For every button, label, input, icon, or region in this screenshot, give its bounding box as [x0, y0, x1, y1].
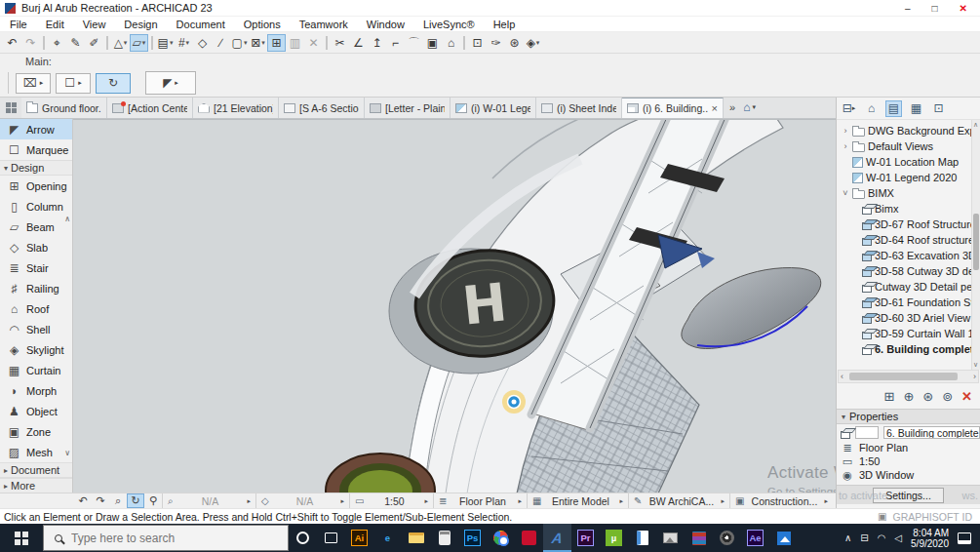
snap-grid[interactable]: # — [175, 34, 193, 52]
tool-marquee[interactable]: ☐ Marquee — [0, 139, 72, 160]
action-center-icon[interactable] — [958, 532, 971, 544]
tree-building-complete[interactable]: 6. Building complete F — [837, 341, 980, 357]
model-filter-combo[interactable]: ▦ Entire Model — [527, 493, 628, 508]
utorrent[interactable]: µ — [600, 524, 628, 552]
tool-zone[interactable]: ▣ Zone — [0, 421, 72, 442]
mirror[interactable]: ◇ — [193, 34, 212, 52]
tab-layout-letter[interactable]: [Letter - Plain... — [365, 98, 451, 118]
tree-expander[interactable]: › — [842, 141, 849, 151]
menu-item[interactable]: Help — [493, 19, 516, 30]
orbit-mode-button[interactable]: ↻ — [96, 73, 131, 94]
tool-shell[interactable]: ◠ Shell — [0, 319, 72, 339]
menu-item[interactable]: View — [83, 19, 106, 30]
tree-bimx[interactable]: Bimx — [837, 201, 980, 217]
cortana[interactable] — [289, 524, 317, 552]
zoom-combo[interactable]: ⌕ N/A — [162, 493, 255, 508]
new-view[interactable]: ⊕ — [903, 389, 914, 404]
tab-sheet-index[interactable]: (i) Sheet Inde... — [536, 98, 622, 118]
tool-object[interactable]: ♟ Object — [0, 401, 72, 421]
photoshop[interactable]: Ps — [458, 524, 487, 552]
orbit-button[interactable]: ↻ — [127, 493, 144, 508]
tree-bimx-folder[interactable]: ˅ BIMX — [837, 185, 980, 201]
menu-item[interactable]: Options — [244, 19, 281, 30]
publisher[interactable]: ⊡ — [930, 100, 947, 117]
sketchup[interactable] — [515, 524, 543, 552]
scroll-thumb[interactable] — [973, 214, 979, 270]
layer-combo[interactable]: ▣ Construction... — [729, 493, 833, 508]
photo-viewer[interactable] — [656, 524, 685, 552]
chrome[interactable] — [487, 524, 515, 552]
tree-3d64[interactable]: 3D-64 Roof structure 3 — [837, 232, 980, 248]
scale-row[interactable]: ▭ 1:50 — [837, 454, 980, 468]
guide-lines[interactable]: △ — [111, 34, 130, 52]
back-button[interactable]: ↶ — [74, 493, 92, 508]
separator[interactable] — [326, 36, 328, 50]
tree-3d63[interactable]: 3D-63 Excavation 3D — [837, 248, 980, 263]
tree-expander[interactable]: ˅ — [842, 188, 849, 198]
close-button[interactable]: ✕ — [960, 3, 967, 14]
zoom-button[interactable]: ⌕ — [109, 493, 127, 508]
menu-item[interactable]: Document — [176, 19, 225, 30]
tool-slab[interactable]: ◇ Slab — [0, 237, 72, 257]
save-current-view[interactable]: ⊞ — [883, 389, 894, 404]
tree-w01-location-map[interactable]: W-01 Location Map — [837, 154, 980, 170]
tree-w01-legend[interactable]: W-01 Legend 2020 — [837, 170, 980, 185]
forward-button[interactable]: ↷ — [92, 493, 109, 508]
task-view[interactable] — [317, 524, 345, 552]
network[interactable]: ◠ — [878, 532, 886, 543]
undo[interactable]: ↶ — [3, 34, 21, 52]
tab-ground-floor[interactable]: Ground floor... — [21, 98, 107, 118]
scroll-left-icon[interactable]: ‹ — [841, 372, 843, 381]
render[interactable]: ✑ — [487, 34, 505, 52]
illustrator[interactable]: Ai — [345, 524, 373, 552]
cancel-reference[interactable]: ✕ — [304, 34, 323, 52]
tab-elevation[interactable]: [21 Elevation] — [193, 98, 279, 118]
taskbar-search[interactable] — [43, 525, 289, 551]
menu-item[interactable]: Edit — [46, 19, 64, 30]
tablet-mode[interactable]: ⊟ — [860, 532, 868, 543]
drag-mode-button[interactable]: ⌧ — [16, 73, 51, 94]
tool-railing[interactable]: ♯ Railing — [0, 278, 72, 298]
autogroup[interactable]: ⊠ — [249, 34, 267, 52]
view-map[interactable]: ▤ — [885, 100, 902, 117]
section-more[interactable]: ▸ More — [0, 478, 72, 493]
new-clone-folder[interactable]: ⊛ — [922, 389, 933, 404]
tool-arrow[interactable]: ◤ Arrow — [0, 119, 72, 139]
archicad[interactable]: A — [543, 524, 571, 552]
word[interactable] — [628, 524, 656, 552]
tool-curtain[interactable]: ▦ Curtain — [0, 360, 72, 380]
tree-horizontal-scrollbar[interactable]: ‹ › — [838, 370, 979, 383]
adjust[interactable]: ∠ — [349, 34, 368, 52]
scroll-down-icon[interactable]: ∨ — [973, 361, 978, 369]
hscroll-thumb[interactable] — [849, 373, 958, 380]
tree-dwg-background[interactable]: › DWG Background Expor — [837, 123, 980, 138]
start-button[interactable] — [0, 524, 43, 552]
tray-expand[interactable]: ∧ — [844, 532, 851, 543]
scroll-up-icon[interactable]: ∧ — [973, 121, 978, 129]
media-player[interactable] — [713, 524, 741, 552]
menu-item[interactable]: LiveSync® — [423, 19, 475, 30]
fillet[interactable]: ⌒ — [405, 34, 423, 52]
window-type-row[interactable]: ◉ 3D Window — [837, 468, 980, 482]
tree-3d67[interactable]: 3D-67 Roof Structure p — [837, 217, 980, 232]
tab-building-complete[interactable]: (i) 6. Building... × — [622, 98, 724, 118]
search-input[interactable] — [71, 532, 256, 545]
tool-mesh[interactable]: ▨ Mesh — [0, 442, 72, 462]
save-3d-view[interactable]: ⊛ — [505, 34, 524, 52]
tab-section[interactable]: [S A-6 Section] — [279, 98, 365, 118]
tool-roof[interactable]: ⌂ Roof — [0, 298, 72, 319]
tab-w01-legend[interactable]: (i) W-01 Lege... — [451, 98, 536, 118]
tool-stair[interactable]: ≣ Stair — [0, 257, 72, 278]
after-effects[interactable]: Ae — [741, 524, 769, 552]
tree-3d59[interactable]: 3D-59 Curtain Wall 1 — [837, 326, 980, 341]
trace-reference[interactable]: ▱ — [130, 34, 148, 52]
pick-up-parameters[interactable]: ⌖ — [48, 34, 66, 52]
tool-morph[interactable]: ◗ Morph — [0, 380, 72, 401]
transfer-settings[interactable]: ✐ — [85, 34, 103, 52]
redo[interactable]: ↷ — [21, 34, 40, 52]
snap-points[interactable]: ⊞ — [267, 34, 286, 52]
taskbar-clock[interactable]: 8:04 AM 5/9/2020 — [911, 528, 949, 549]
tree-3d61[interactable]: 3D-61 Foundation Stru — [837, 295, 980, 310]
toolbox-section-design[interactable]: ▾ Design — [0, 160, 72, 176]
view-id-field[interactable] — [855, 426, 879, 439]
